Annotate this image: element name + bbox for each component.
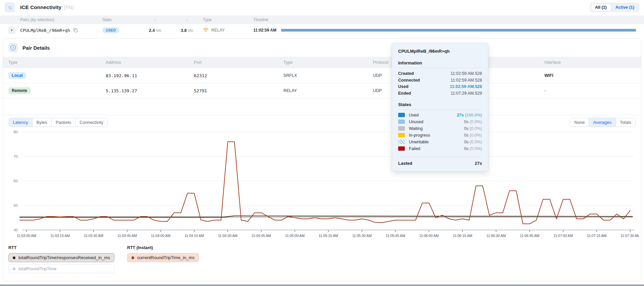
pair-details-title: Pair Details <box>22 45 50 51</box>
chart-tabs: LatencyBytesPacketsConnectivity <box>8 118 108 127</box>
local-badge: Local <box>8 72 26 79</box>
col-kind: Type <box>8 60 106 65</box>
tooltip-state-row: Failed0s (0.0%) <box>398 146 482 152</box>
sort-icon[interactable]: ↑↓ <box>5 2 15 12</box>
remote-type: RELAY <box>283 88 373 93</box>
local-port: 62312 <box>194 73 283 78</box>
tooltip-created-row: Created 11:02:59 AM.528 <box>398 71 482 76</box>
timeline-bar <box>281 29 636 32</box>
pair-details-card: i Pair Details Type Address Port Type Pr… <box>3 38 641 281</box>
svg-text:11:04:15 AM: 11:04:15 AM <box>184 234 204 238</box>
svg-text:70: 70 <box>13 154 18 158</box>
legend-group-title: RTT (Instant) <box>127 245 199 250</box>
legend-group: RTTtotalRoundTripTime/responsesReceived_… <box>8 245 114 275</box>
series-dot-icon <box>131 256 134 259</box>
tab-bytes[interactable]: Bytes <box>32 118 52 127</box>
filter-all-button[interactable]: All (1) <box>591 3 611 11</box>
svg-text:11:07:15 AM: 11:07:15 AM <box>587 234 606 238</box>
tab-latency[interactable]: Latency <box>9 118 32 127</box>
latency-chart: 405060708011:03:00 AM11:03:15 AM11:03:30… <box>3 129 639 241</box>
local-candidate-row[interactable]: Local 83.192.96.11 62312 SRFLX UDP WIFI <box>3 68 641 83</box>
svg-text:11:05:15 AM: 11:05:15 AM <box>319 234 338 238</box>
used-state-swatch <box>398 113 405 117</box>
svg-text:11:06:00 AM: 11:06:00 AM <box>419 234 439 238</box>
tooltip-state-row: In-progress0s (0.0%) <box>398 133 482 138</box>
svg-text:50: 50 <box>13 203 18 207</box>
pair-filter-segmented: All (1) Active (1) <box>590 3 639 12</box>
pair-row[interactable]: ▼ CPULMplReB_/96mR+qh USED 2.4MB 3.8MB R… <box>0 24 644 36</box>
tooltip-state-row: Unused0s (0.0%) <box>398 119 482 125</box>
remote-interface: - <box>544 88 636 93</box>
unwritable-state-swatch <box>398 140 405 144</box>
pair-name: CPULMplReB_/96mR+qh <box>20 28 70 33</box>
col-upload-icon: ↑ <box>139 17 171 22</box>
expand-arrow-icon[interactable]: ▼ <box>8 27 15 34</box>
legend-item-currentRoundTripTime_in_ms[interactable]: currentRoundTripTime_in_ms <box>127 253 199 262</box>
info-icon: i <box>8 43 18 52</box>
copy-icon[interactable] <box>73 28 78 33</box>
agg-totals[interactable]: Totals <box>615 118 635 127</box>
series-dot-icon <box>13 268 15 270</box>
legend-item-totalRoundTripTime/responsesReceived_in_ms[interactable]: totalRoundTripTime/responsesReceived_in_… <box>8 253 114 262</box>
top-bar: ↑↓ ICE Connectivity (T01) All (1) Active… <box>0 0 644 15</box>
col-port: Port <box>194 60 283 65</box>
tooltip-ended-row: Ended 11:07:29 AM.529 <box>398 91 482 96</box>
svg-text:11:03:45 AM: 11:03:45 AM <box>117 234 137 238</box>
col-state: State <box>102 17 139 22</box>
page-title: ICE Connectivity <box>20 4 61 10</box>
agg-none[interactable]: None <box>570 118 589 127</box>
chart-legend: RTTtotalRoundTripTime/responsesReceived_… <box>8 245 199 275</box>
col-cand-type: Type <box>283 60 373 65</box>
svg-text:11:06:15 AM: 11:06:15 AM <box>453 234 472 238</box>
tooltip-state-row: Waiting0s (0.0%) <box>398 126 482 132</box>
local-address: 83.192.96.11 <box>106 73 194 78</box>
filter-active-button[interactable]: Active (1) <box>611 3 639 11</box>
bytes-received: 3.8 <box>181 28 186 33</box>
failed-state-swatch <box>398 146 405 151</box>
chart-section-divider <box>3 115 641 115</box>
remote-port: 52791 <box>194 88 283 93</box>
col-pairs: Pairs (by selection) <box>20 17 102 22</box>
pairs-table-header: Pairs (by selection) State ↑ ↓ Type Time… <box>0 15 644 24</box>
pair-tooltip: CPULMplReB_/96mR+qh Information Created … <box>392 43 488 172</box>
tooltip-used-row: Used 11:02:59 AM.528 <box>398 84 482 89</box>
col-download-icon: ↓ <box>171 17 203 22</box>
candidate-type: RELAY <box>211 28 225 33</box>
legend-item-totalRoundTripTime[interactable]: totalRoundTripTime <box>8 264 114 273</box>
tooltip-connected-row: Connected 11:02:59 AM.528 <box>398 78 482 83</box>
tooltip-states-heading: States <box>398 102 482 110</box>
svg-text:11:03:15 AM: 11:03:15 AM <box>50 234 70 238</box>
tooltip-pair-name: CPULMplReB_/96mR+qh <box>398 49 482 54</box>
tooltip-state-row: Unwritable0s (0.0%) <box>398 139 482 145</box>
tooltip-information-heading: Information <box>398 60 482 68</box>
svg-text:11:07:00 AM: 11:07:00 AM <box>553 234 573 238</box>
local-type: SRFLX <box>283 73 373 78</box>
svg-text:11:06:30 AM: 11:06:30 AM <box>486 234 506 238</box>
bytes-sent: 2.4 <box>149 28 155 33</box>
local-interface: WIFI <box>544 73 636 78</box>
svg-text:11:03:00 AM: 11:03:00 AM <box>17 234 36 238</box>
svg-text:11:06:45 AM: 11:06:45 AM <box>520 234 539 238</box>
col-address: Address <box>106 60 194 65</box>
aggregation-modes: NoneAveragesTotals <box>570 118 636 127</box>
remote-address: 5.135.139.27 <box>106 88 194 93</box>
remote-candidate-row[interactable]: Remote 5.135.139.27 52791 RELAY UDP - <box>3 83 641 98</box>
page-tag: (T01) <box>64 5 74 10</box>
wifi-icon <box>203 28 209 33</box>
pair-details-table-header: Type Address Port Type Protocol Interfac… <box>3 57 641 68</box>
agg-averages[interactable]: Averages <box>589 118 615 127</box>
state-badge: USED <box>102 27 119 33</box>
tooltip-state-row: Used27s (100.0%) <box>398 112 482 118</box>
waiting-state-swatch <box>398 126 405 131</box>
tab-packets[interactable]: Packets <box>51 118 75 127</box>
svg-text:11:04:30 AM: 11:04:30 AM <box>218 234 237 238</box>
remote-badge: Remote <box>8 87 31 94</box>
svg-text:80: 80 <box>13 130 18 134</box>
svg-text:11:07:30 AM: 11:07:30 AM <box>621 234 639 238</box>
col-type: Type <box>203 17 253 22</box>
series-dot-icon <box>13 256 15 259</box>
timeline-start-time: 11:02:59 AM <box>253 28 276 33</box>
tab-connectivity[interactable]: Connectivity <box>75 118 107 127</box>
legend-group-title: RTT <box>8 245 114 250</box>
svg-text:11:05:00 AM: 11:05:00 AM <box>285 234 305 238</box>
